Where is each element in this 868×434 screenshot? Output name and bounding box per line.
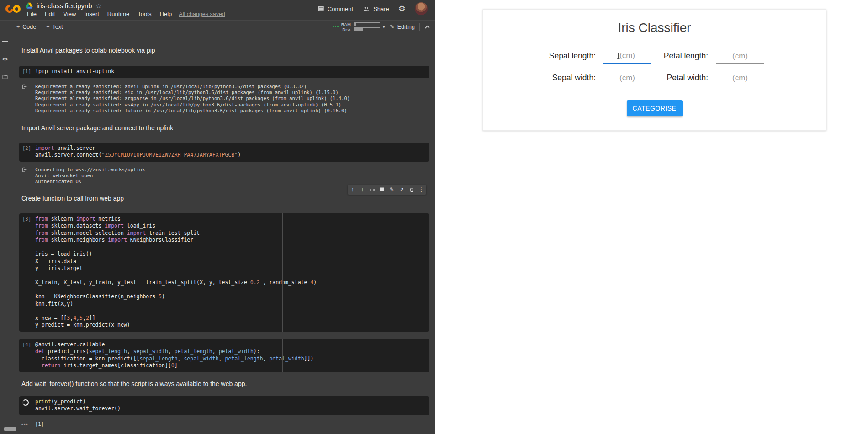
petal-length-label: Petal length:	[651, 51, 708, 64]
code-line	[35, 286, 317, 294]
user-avatar[interactable]	[415, 2, 428, 15]
output-options-icon[interactable]: •••	[19, 419, 35, 427]
code-editor[interactable]: import anvil.serveranvil.server.connect(…	[35, 143, 244, 162]
horizontal-scrollbar-thumb[interactable]	[4, 427, 16, 431]
link-cell-icon[interactable]	[369, 186, 376, 193]
code-line	[35, 307, 317, 315]
output-text: Requirement already satisfied: anvil-upl…	[35, 81, 350, 114]
code-line: @anvil.server.callable	[35, 341, 313, 349]
code-cell[interactable]: [3]from sklearn import metricsfrom sklea…	[19, 213, 429, 332]
colab-logo-right-ring	[13, 5, 21, 13]
petal-width-input[interactable]	[716, 73, 764, 85]
code-line: from sklearn.model_selection import trai…	[35, 230, 317, 237]
comment-icon	[318, 5, 324, 12]
move-cell-down-button[interactable]: ↓	[359, 186, 366, 193]
notebook-title[interactable]: iris-classifier.ipynb	[37, 2, 92, 10]
code-editor[interactable]: from sklearn import metricsfrom sklearn.…	[35, 213, 320, 332]
code-line: knn.fit(X,y)	[35, 301, 317, 308]
add-code-button[interactable]: + Code	[16, 24, 36, 30]
disk-usage-bar	[354, 27, 380, 31]
more-actions-icon[interactable]: ⋮	[418, 186, 425, 193]
code-line: y_predict = knn.predict(x_new)	[35, 322, 317, 329]
execution-count[interactable]: [1]	[19, 66, 35, 78]
code-line: X = iris.data	[35, 258, 317, 265]
categorise-button[interactable]: CATEGORISE	[627, 100, 683, 116]
editing-mode-button[interactable]: ✎ Editing	[390, 23, 415, 30]
markdown-cell[interactable]: Import Anvil server package and connect …	[21, 124, 429, 132]
code-editor[interactable]: @anvil.server.callabledef predict_iris(s…	[35, 339, 317, 372]
colab-logo-left-ring	[4, 4, 15, 15]
sepal-length-label: Sepal length:	[527, 51, 596, 64]
open-in-new-icon[interactable]: ↗	[398, 186, 405, 193]
resource-meter[interactable]: RAM Disk ▾	[333, 22, 385, 32]
collapse-toolbar-button[interactable]	[424, 25, 430, 29]
comment-button[interactable]: Comment	[318, 5, 353, 12]
code-snippets-icon[interactable]: <>	[0, 53, 10, 65]
cell-toolbar: ↑ ↓ ✎ ↗ ⋮	[348, 185, 426, 195]
code-cell[interactable]: [2]import anvil.serveranvil.server.conne…	[19, 143, 429, 162]
colab-window: iris-classifier.ipynb ☆ File Edit View I…	[0, 0, 435, 434]
sepal-length-input[interactable]	[603, 50, 651, 64]
execution-count[interactable]: [3]	[19, 213, 35, 332]
code-cell[interactable]: print(y_predict)anvil.server.wait_foreve…	[19, 396, 429, 415]
connection-dots-icon	[333, 26, 339, 27]
menu-tools[interactable]: Tools	[133, 11, 155, 17]
code-line: x_new = [[3,4,5,2]]	[35, 315, 317, 322]
app-title: Iris Classifier	[483, 21, 826, 35]
output-area: Requirement already satisfied: anvil-upl…	[19, 81, 429, 114]
sepal-width-input[interactable]	[603, 73, 651, 85]
output-text: [1]	[35, 419, 44, 427]
code-line: y = iris.target	[35, 265, 317, 272]
code-line: def predict_iris(sepal_length, sepal_wid…	[35, 348, 313, 355]
output-run-icon[interactable]	[19, 81, 35, 114]
add-comment-icon[interactable]	[378, 186, 386, 193]
code-line: from sklearn import metrics	[35, 216, 317, 223]
code-line: import anvil.server	[35, 145, 241, 152]
petal-length-input[interactable]	[716, 51, 764, 64]
execution-count[interactable]: [2]	[19, 143, 35, 162]
edit-cell-icon[interactable]: ✎	[388, 186, 396, 193]
execution-count[interactable]: [4]	[19, 339, 35, 372]
code-editor[interactable]: !pip install anvil-uplink	[35, 66, 118, 78]
settings-gear-icon[interactable]: ⚙	[398, 4, 406, 14]
files-folder-icon[interactable]	[0, 71, 10, 83]
plus-icon: +	[16, 24, 20, 30]
autosave-status[interactable]: All changes saved	[179, 11, 225, 17]
code-line: anvil.server.connect("Z5JYCMIUVIOPJQMVEI…	[35, 152, 241, 159]
menu-insert[interactable]: Insert	[80, 11, 103, 17]
code-editor[interactable]: print(y_predict)anvil.server.wait_foreve…	[35, 396, 124, 415]
output-run-icon[interactable]	[19, 164, 35, 185]
code-cell[interactable]: [1]!pip install anvil-uplink	[19, 66, 429, 78]
code-line: !pip install anvil-uplink	[35, 68, 114, 75]
delete-cell-icon[interactable]	[408, 186, 415, 193]
menu-help[interactable]: Help	[156, 11, 176, 17]
code-line: anvil.server.wait_forever()	[35, 405, 121, 413]
code-line: return iris.target_names[classification]…	[35, 362, 313, 370]
code-line: X_train, X_test, y_train, y_test = train…	[35, 279, 317, 286]
add-text-button[interactable]: + Text	[46, 24, 63, 30]
markdown-cell[interactable]: Install Anvil packages to colab notebook…	[21, 46, 429, 54]
menu-view[interactable]: View	[59, 11, 80, 17]
running-cell-spinner[interactable]	[19, 396, 35, 415]
drive-icon	[26, 2, 33, 9]
menu-runtime[interactable]: Runtime	[103, 11, 133, 17]
petal-length-field-wrap	[716, 51, 764, 64]
plus-icon: +	[46, 24, 49, 30]
left-sidebar-rail: <>	[0, 34, 10, 434]
menu-edit[interactable]: Edit	[41, 11, 59, 17]
colab-logo[interactable]	[5, 5, 21, 13]
share-button[interactable]: Share	[362, 5, 389, 12]
sepal-width-label: Sepal width:	[527, 73, 596, 85]
notebook-cells: Install Anvil packages to colab notebook…	[10, 34, 435, 434]
markdown-cell[interactable]: Add wait_forever() function so that the …	[21, 380, 429, 388]
star-icon[interactable]: ☆	[96, 2, 102, 10]
notebook-toolbar: + Code + Text RAM Disk ▾	[0, 20, 435, 33]
move-cell-up-button[interactable]: ↑	[349, 186, 356, 193]
ram-usage-bar	[354, 22, 380, 26]
output-text: Connecting to wss://anvil.works/uplinkAn…	[35, 164, 145, 185]
code-cell[interactable]: [4]@anvil.server.callabledef predict_iri…	[19, 339, 429, 372]
menu-file[interactable]: File	[23, 11, 41, 17]
markdown-cell[interactable]: Create function to call from web app	[21, 194, 429, 202]
table-of-contents-icon[interactable]	[0, 36, 10, 48]
sepal-width-field-wrap	[603, 73, 651, 85]
